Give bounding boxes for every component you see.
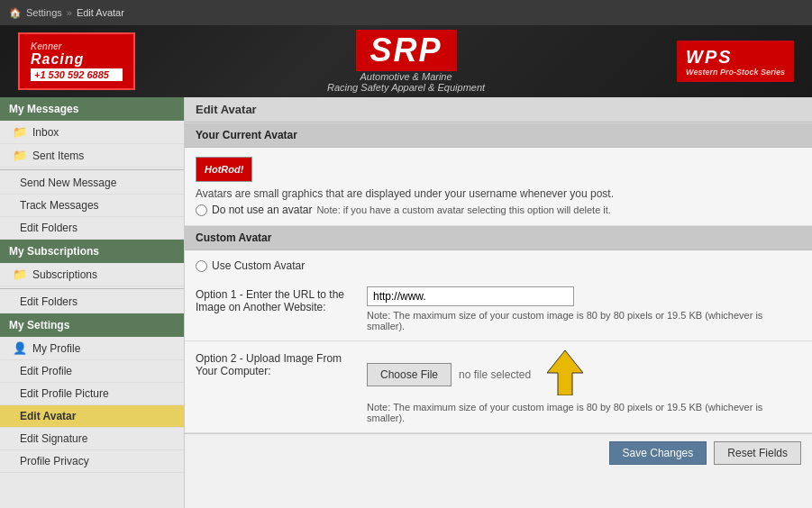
section-current-avatar-body: HotRod! Avatars are small graphics that … [185, 148, 812, 225]
sidebar-label-edit-signature: Edit Signature [20, 432, 87, 445]
sidebar-item-send-new-message[interactable]: Send New Message [0, 172, 184, 195]
no-avatar-note: Note: if you have a custom avatar select… [316, 204, 611, 215]
folder-icon: 📁 [13, 149, 27, 162]
sidebar-label-sent: Sent Items [32, 150, 84, 162]
sidebar-label-track: Track Messages [20, 199, 99, 212]
option2-row: Option 2 - Upload Image From Your Comput… [185, 341, 812, 433]
sidebar-section-my-settings: My Settings [0, 313, 184, 337]
option1-label: Option 1 - Enter the URL to the Image on… [196, 286, 358, 313]
sidebar-item-edit-folders-sub[interactable]: Edit Folders [0, 291, 184, 313]
sidebar-label-inbox: Inbox [32, 126, 59, 139]
sidebar-divider [0, 169, 184, 170]
arrow-svg [547, 350, 583, 395]
save-changes-button[interactable]: Save Changes [609, 441, 707, 465]
sidebar-section-my-subscriptions: My Subscriptions [0, 240, 184, 263]
banner-kenner-logo: Kenner Racing +1 530 592 6885 [18, 32, 135, 91]
folder-icon: 📁 [13, 268, 27, 281]
banner-srp-sub1: Automotive & Marine [153, 71, 659, 82]
use-custom-label: Use Custom Avatar [212, 259, 305, 272]
main-layout: My Messages 📁 Inbox 📁 Sent Items Send Ne… [0, 97, 812, 508]
sidebar-label-edit-folders-sub: Edit Folders [20, 295, 78, 308]
choose-file-button[interactable]: Choose File [367, 363, 452, 386]
option1-control: Note: The maximum size of your custom im… [367, 286, 801, 331]
file-name-label: no file selected [459, 368, 531, 381]
sidebar-label-edit-avatar: Edit Avatar [20, 410, 76, 422]
sidebar-item-edit-folders-msg[interactable]: Edit Folders [0, 217, 184, 240]
sidebar-section-my-messages: My Messages [0, 97, 184, 121]
sidebar-item-track-messages[interactable]: Track Messages [0, 195, 184, 217]
nav-separator: » [67, 7, 72, 18]
nav-current: Edit Avatar [77, 7, 124, 18]
folder-icon: 📁 [13, 125, 27, 139]
option2-control: Choose File no file selected Note: The m… [367, 350, 801, 423]
no-avatar-label: Do not use an avatar [212, 204, 312, 216]
banner-wps-sub: Western Pro-Stock Series [686, 68, 785, 77]
use-custom-row: Use Custom Avatar [185, 250, 812, 277]
banner-kenner-line1: Kenner [31, 41, 123, 51]
sidebar-label-edit-profile-picture: Edit Profile Picture [20, 387, 109, 400]
banner: Kenner Racing +1 530 592 6885 SRP Automo… [0, 25, 812, 97]
banner-srp: SRP Automotive & Marine Racing Safety Ap… [153, 30, 659, 93]
sidebar-label-profile-privacy: Profile Privacy [20, 455, 89, 467]
sidebar-item-profile-privacy[interactable]: Profile Privacy [0, 450, 184, 473]
section-current-avatar-title: Your Current Avatar [185, 122, 812, 148]
no-avatar-radio[interactable] [196, 204, 207, 216]
section-custom-avatar-title: Custom Avatar [185, 225, 812, 250]
file-row: Choose File no file selected [367, 350, 801, 398]
option2-note: Note: The maximum size of your custom im… [367, 402, 801, 423]
avatar-preview: HotRod! [196, 157, 252, 182]
use-custom-radio[interactable] [196, 260, 207, 272]
top-nav: 🏠 Settings » Edit Avatar [0, 0, 812, 25]
url-input[interactable] [367, 286, 574, 306]
sidebar-label-my-profile: My Profile [32, 342, 80, 355]
home-icon: 🏠 [9, 7, 22, 19]
sidebar-item-edit-avatar[interactable]: Edit Avatar [0, 405, 184, 428]
banner-kenner-phone: +1 530 592 6885 [31, 68, 123, 81]
content-header: Edit Avatar [185, 97, 812, 122]
option2-label: Option 2 - Upload Image From Your Comput… [196, 350, 358, 377]
banner-kenner-line2: Racing [31, 51, 123, 68]
no-avatar-row: Do not use an avatar Note: if you have a… [196, 204, 801, 216]
sidebar-item-edit-profile[interactable]: Edit Profile [0, 360, 184, 383]
sidebar-label-subscriptions: Subscriptions [32, 268, 97, 281]
banner-srp-sub2: Racing Safety Apparel & Equipment [153, 82, 659, 93]
sidebar-item-edit-signature[interactable]: Edit Signature [0, 428, 184, 450]
option1-row: Option 1 - Enter the URL to the Image on… [185, 277, 812, 341]
banner-wps: WPS Western Pro-Stock Series [677, 41, 794, 83]
sidebar-label-send-new: Send New Message [20, 177, 116, 189]
sidebar-label-edit-folders-msg: Edit Folders [20, 222, 78, 234]
sidebar-item-edit-profile-picture[interactable]: Edit Profile Picture [0, 383, 184, 405]
sidebar-item-sent-items[interactable]: 📁 Sent Items [0, 144, 184, 168]
svg-marker-0 [547, 350, 583, 395]
sidebar-divider-2 [0, 288, 184, 289]
avatar-preview-text: HotRod! [199, 160, 249, 178]
action-row: Save Changes Reset Fields [185, 433, 812, 472]
sidebar: My Messages 📁 Inbox 📁 Sent Items Send Ne… [0, 97, 185, 508]
sidebar-item-my-profile[interactable]: 👤 My Profile [0, 337, 184, 360]
banner-wps-title: WPS [686, 46, 785, 68]
reset-fields-button[interactable]: Reset Fields [714, 441, 801, 465]
sidebar-label-edit-profile: Edit Profile [20, 365, 72, 377]
arrow-indicator [547, 350, 583, 398]
sidebar-item-inbox[interactable]: 📁 Inbox [0, 121, 184, 144]
content-area: Edit Avatar Your Current Avatar HotRod! … [185, 97, 812, 508]
sidebar-item-subscriptions[interactable]: 📁 Subscriptions [0, 263, 184, 286]
user-icon: 👤 [13, 341, 27, 355]
option1-note: Note: The maximum size of your custom im… [367, 310, 801, 331]
avatar-desc: Avatars are small graphics that are disp… [196, 187, 801, 200]
banner-srp-title: SRP [356, 30, 457, 71]
nav-settings[interactable]: Settings [26, 7, 62, 18]
